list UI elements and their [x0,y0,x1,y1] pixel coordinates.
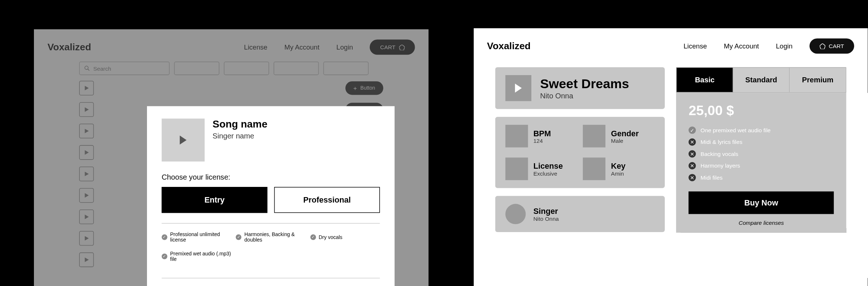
meta-icon [583,125,605,148]
license-feature: ✕Harmony layers [689,162,834,169]
play-icon [515,83,522,93]
cross-icon: ✕ [689,150,696,157]
license-feature: ✕Backing vocals [689,150,834,157]
meta-card: BPM124 GenderMale LicenseExclusive KeyAm… [495,117,665,188]
meta-icon [583,157,605,180]
tab-standard[interactable]: Standard [733,68,790,92]
license-tabs: Basic Standard Premium [676,67,846,93]
nav-license[interactable]: License [683,42,707,50]
meta-key: KeyAmin [583,157,655,180]
song-artwork[interactable] [162,119,205,162]
cross-icon: ✕ [689,174,696,181]
professional-license-button[interactable]: Professional [274,187,380,213]
license-selector: Entry Professional [162,187,380,213]
tab-premium[interactable]: Premium [790,68,845,92]
license-feature: ✕Midi & lyrics files [689,138,834,146]
license-column: Basic Standard Premium 25,00 $ ✓One prem… [676,67,846,232]
meta-icon [505,125,528,148]
song-title: Sweet Dreams [540,76,629,91]
license-details: 25,00 $ ✓One premixed wet audio file✕Mid… [676,93,846,232]
play-icon [180,136,187,145]
license-price: 25,00 $ [689,103,834,118]
tab-basic[interactable]: Basic [677,68,733,92]
artist-name: Singer name [213,132,267,140]
feature-list: ✓Professional unlimited license ✓Harmoni… [162,223,380,278]
check-icon: ✓ [162,254,167,259]
license-features: ✓One premixed wet audio file✕Midi & lyri… [689,126,834,181]
feature-item: ✓Professional unlimited license [162,232,231,243]
song-title: Song name [213,119,267,131]
cart-button[interactable]: CART [810,38,855,54]
cart-label: CART [829,43,844,49]
brand-logo: Voxalized [487,40,531,52]
entry-license-button[interactable]: Entry [162,187,267,213]
singer-label: Singer [533,207,559,216]
song-info-column: Sweet Dreams Nito Onna BPM124 GenderMale… [495,67,665,232]
feature-item: ✓Harmonies, Backing & doubles [236,232,306,243]
buy-now-button[interactable]: Buy Now [689,191,834,214]
modal-header: Song name Singer name [162,119,380,162]
check-icon: ✓ [162,234,167,240]
svg-marker-3 [819,43,825,49]
cross-icon: ✕ [689,162,696,169]
nav-login[interactable]: Login [776,42,793,50]
compare-licenses-link[interactable]: Compare licenses [689,220,834,226]
singer-name: Nito Onna [533,215,559,222]
song-card: Sweet Dreams Nito Onna [495,67,665,109]
nav-account[interactable]: My Account [724,42,759,50]
meta-bpm: BPM124 [505,125,577,148]
header-right: Voxalized License My Account Login CART [473,28,868,60]
singer-card: Singer Nito Onna [495,196,665,232]
check-icon: ✓ [310,234,316,240]
meta-gender: GenderMale [583,125,655,148]
meta-icon [505,157,528,180]
nav-right: License My Account Login CART [683,38,854,54]
cross-icon: ✕ [689,138,696,146]
choose-label: Choose your license: [162,173,380,181]
left-panel: Voxalized License My Account Login CART … [34,30,428,286]
avatar [505,204,526,224]
right-body: Sweet Dreams Nito Onna BPM124 GenderMale… [473,60,868,233]
artist-name: Nito Onna [540,91,629,100]
check-icon: ✓ [689,126,696,134]
meta-license: LicenseExclusive [505,157,577,180]
license-modal: Song name Singer name Choose your licens… [147,106,395,286]
license-feature: ✕Midi files [689,174,834,181]
cart-icon [819,43,825,49]
feature-item: ✓Dry vocals [310,232,380,243]
right-panel: Voxalized License My Account Login CART … [473,28,868,286]
check-icon: ✓ [236,234,242,240]
song-artwork[interactable] [505,75,531,101]
license-feature: ✓One premixed wet audio file [689,126,834,134]
feature-item: ✓Premixed wet audio (.mp3) file [162,251,231,262]
